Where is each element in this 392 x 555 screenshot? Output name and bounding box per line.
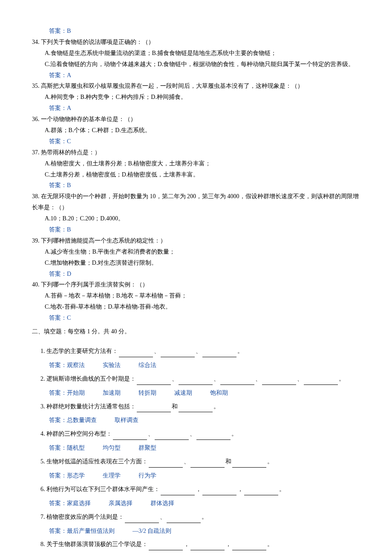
fill-question: 2. 逻辑斯谛增长曲线的五个时期是： 、 、 、 、 。 — [40, 373, 360, 385]
mcq-question: 40. 下列哪一个序列属于原生演替实例：（） — [32, 279, 360, 290]
mcq-answer: 答案：A — [32, 70, 360, 81]
blank-underline — [167, 512, 201, 523]
mcq-option-line: A.10；B.20；C.200；D.4000。 — [32, 213, 360, 224]
blank-underline — [137, 401, 171, 413]
fill-question: 8. 关于生物群落演替顶极的三个学说是： ， ， 。 — [40, 539, 360, 550]
blank-separator: 。 — [202, 514, 208, 520]
mcq-question: 39. 下列哪种措施能提高一个生态系统的稳定性：） — [32, 235, 360, 246]
fill-answer: 答案：最后产量恒值法则 —3/2 自疏法则 — [40, 526, 360, 537]
fill-prefix: 生物对低温的适应性表现在三个方面： — [46, 458, 148, 465]
fill-num: 4. — [40, 431, 46, 437]
mcq-option-line: C.增加物种数量；D.对生态演替进行限制。 — [32, 257, 360, 269]
blank-underline — [190, 539, 225, 550]
mcq-answer: 答案：C — [32, 312, 360, 324]
fill-num: 6. — [40, 486, 46, 492]
blank-separator: 、 — [184, 458, 190, 465]
fill-num: 2. — [40, 376, 46, 382]
fill-prefix: 逻辑斯谛增长曲线的五个时期是： — [46, 376, 136, 382]
blank-separator: 、 — [154, 348, 160, 354]
fill-num: 3. — [40, 403, 46, 410]
blank-underline — [220, 373, 254, 385]
blank-underline — [161, 346, 195, 357]
blank-separator: 、 — [196, 348, 202, 354]
mcq-question: 36. 一个动物物种存的基本单位是：（） — [32, 114, 360, 125]
fill-answer: 答案：单顶极学说 多顶极学说 顶极－格局学说 — [40, 553, 360, 555]
blank-underline — [232, 456, 266, 468]
blank-underline — [202, 346, 236, 357]
mcq-answer: 答案：B — [32, 224, 360, 235]
blank-underline — [202, 484, 236, 495]
mcq-question: 37. 热带雨林的特点是：） — [32, 147, 360, 158]
blank-separator: ， — [184, 541, 190, 547]
blank-separator: ， — [196, 486, 202, 492]
fill-answer: 答案：总数量调查 取样调查 — [40, 415, 360, 426]
mcq-question: 34. 下列关于食物链的说法哪项是正确的：（） — [32, 37, 360, 48]
blank-underline — [179, 373, 213, 385]
blank-separator: 、 — [172, 376, 178, 382]
blank-underline — [149, 539, 183, 550]
blank-separator: 。 — [339, 376, 345, 382]
mcq-answer: 答案：B — [32, 180, 360, 191]
pre-answer: 答案：B — [32, 26, 360, 37]
blank-underline — [137, 373, 171, 385]
blank-underline — [196, 428, 231, 440]
fill-question: 5. 生物对低温的适应性表现在三个方面： 、 和 。 — [40, 456, 360, 468]
blank-separator: 、 — [148, 431, 154, 437]
blank-underline — [232, 539, 266, 550]
blank-separator: 、 — [297, 376, 303, 382]
fill-num: 5. — [40, 458, 46, 465]
blank-separator: 。 — [267, 458, 273, 465]
blank-separator: 。 — [231, 431, 237, 437]
blank-underline — [179, 401, 213, 413]
fill-question: 7. 植物密度效应的两个法则是： 、 。 — [40, 512, 360, 523]
blank-underline — [161, 484, 195, 495]
fill-num: 8. — [40, 541, 46, 547]
blank-underline — [190, 456, 225, 468]
blank-separator: 和 — [225, 458, 231, 465]
mcq-answer: 答案：A — [32, 103, 360, 114]
blank-separator: 。 — [213, 403, 219, 410]
blank-separator: 和 — [172, 403, 178, 410]
blank-separator: 。 — [279, 486, 285, 492]
blank-separator: 、 — [160, 514, 166, 520]
fill-answer: 答案：家庭选择 亲属选择 群体选择 — [40, 498, 360, 509]
blank-underline — [149, 456, 183, 468]
section-2-heading: 二、填空题：每空格 1 分。共 40 分。 — [32, 326, 360, 337]
mcq-answer: 答案：D — [32, 269, 360, 280]
mcq-option-line: A.减少寄生生物；B.平衡生产者和消费者的数量； — [32, 246, 360, 257]
fill-prefix: 植物密度效应的两个法则是： — [46, 514, 124, 520]
fill-prefix: 生态学的主要研究方法有： — [46, 348, 118, 354]
fill-question: 1. 生态学的主要研究方法有： 、 、 。 — [40, 346, 360, 357]
mcq-option-line: A.植物密度大，但土壤养分差；B.植物密度大，土壤养分丰富； — [32, 158, 360, 169]
mcq-option-line: C.地衣-苔藓-草本植物；D.草本植物-苔藓-地衣。 — [32, 301, 360, 312]
mcq-option-line: A.苔藓－地衣－草本植物；B.地衣－草本植物－苔藓； — [32, 290, 360, 301]
fill-answer: 答案：开始期 加速期 转折期 减速期 饱和期 — [40, 387, 360, 399]
mcq-option-line: C.沿着食物链的方向，动物个体越来越大；D.食物链中，根据动物的食性，每种动物只… — [32, 59, 360, 70]
blank-separator: 、 — [213, 376, 219, 382]
blank-underline — [113, 428, 147, 440]
fill-answer: 答案：形态学 生理学 行为学 — [40, 470, 360, 481]
mcq-question: 35. 高斯把大草履虫和双小核草履虫混养在一起，一段时间后，大草履虫基本没有了，… — [32, 81, 360, 92]
blank-underline — [155, 428, 189, 440]
fill-answer: 答案：随机型 均匀型 群聚型 — [40, 442, 360, 454]
fill-num: 7. — [40, 514, 46, 520]
blank-underline — [304, 373, 338, 385]
mcq-option-line: A.群落；B.个体；C.种群；D.生态系统。 — [32, 125, 360, 136]
mcq-answer: 答案：C — [32, 136, 360, 147]
mcq-option-line: A.种间竞争；B.种内竞争；C.种内排斥；D.种间捕食。 — [32, 92, 360, 103]
blank-underline — [244, 484, 278, 495]
mcq-question: 38. 在无限环境中的一个种群，开始时数量为 10，第二年为 200，第三年为 … — [32, 191, 360, 213]
blank-separator: 、 — [190, 431, 196, 437]
fill-question: 3. 种群绝对数量统计方法通常包括： 和 。 — [40, 401, 360, 413]
fill-question: 6. 利他行为可以在下列三个群体水平间产生： ， ， 。 — [40, 484, 360, 495]
fill-answer: 答案：观察法 实验法 综合法 — [40, 360, 360, 371]
blank-underline — [262, 373, 296, 385]
blank-underline — [125, 512, 159, 523]
blank-separator: 。 — [267, 541, 273, 547]
fill-num: 1. — [40, 348, 46, 354]
blank-underline — [119, 346, 153, 357]
mcq-option-line: C.土壤养分差，植物密度低；D.植物密度低，土壤养丰富。 — [32, 169, 360, 180]
fill-prefix: 种群绝对数量统计方法通常包括： — [46, 403, 136, 410]
mcq-option-line: A.食物链是生态系统中能量流动的渠道；B.捕食食物链是陆地生态系统中主要的食物链… — [32, 48, 360, 59]
fill-prefix: 关于生物群落演替顶极的三个学说是： — [46, 541, 148, 547]
